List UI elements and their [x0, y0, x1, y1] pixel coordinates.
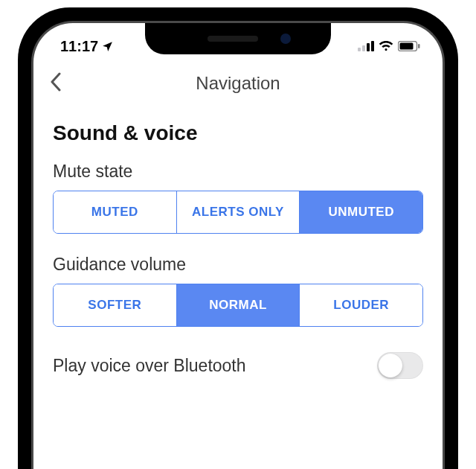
bluetooth-row: Play voice over Bluetooth [53, 348, 423, 379]
svg-rect-0 [358, 48, 361, 51]
back-button[interactable] [50, 72, 62, 95]
chevron-left-icon [50, 72, 62, 92]
section-title: Sound & voice [53, 121, 423, 145]
front-camera [280, 34, 291, 44]
speaker-grille [208, 36, 258, 42]
guidance-volume-segmented: SOFTER NORMAL LOUDER [53, 284, 423, 327]
svg-rect-1 [362, 45, 365, 51]
mute-state-segmented: MUTED ALERTS ONLY UNMUTED [53, 191, 423, 234]
screen: 11:17 [31, 21, 445, 469]
segment-normal[interactable]: NORMAL [177, 284, 300, 326]
notch [145, 23, 331, 54]
location-arrow-icon [101, 40, 114, 53]
page-header: Navigation [33, 59, 443, 108]
mute-state-label: Mute state [53, 162, 423, 182]
status-time: 11:17 [60, 38, 98, 55]
svg-rect-5 [400, 43, 414, 50]
bluetooth-label: Play voice over Bluetooth [53, 356, 246, 376]
segment-louder[interactable]: LOUDER [300, 284, 422, 326]
guidance-volume-label: Guidance volume [53, 255, 423, 275]
svg-rect-3 [371, 41, 374, 51]
page-title: Navigation [196, 73, 280, 94]
segment-unmuted[interactable]: UNMUTED [300, 191, 422, 233]
toggle-knob [379, 354, 402, 377]
segment-alerts-only[interactable]: ALERTS ONLY [177, 191, 300, 233]
segment-softer[interactable]: SOFTER [54, 284, 177, 326]
battery-icon [398, 41, 420, 51]
svg-rect-6 [418, 44, 420, 48]
svg-rect-2 [367, 43, 370, 51]
wifi-icon [379, 41, 393, 51]
cellular-icon [358, 41, 374, 51]
segment-muted[interactable]: MUTED [54, 191, 177, 233]
settings-content: Sound & voice Mute state MUTED ALERTS ON… [33, 108, 443, 379]
phone-frame: 11:17 [18, 7, 458, 469]
bluetooth-toggle[interactable] [377, 352, 423, 379]
